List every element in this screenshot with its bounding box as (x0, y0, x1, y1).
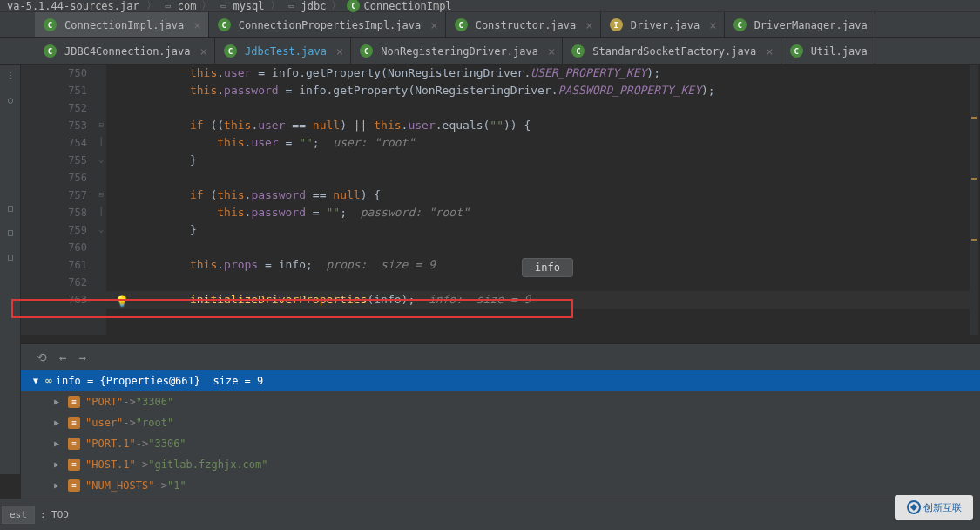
variables-tree[interactable]: ▼ ∞ info = {Properties@661} size = 9 ▶≡"… (21, 370, 980, 517)
line-number[interactable]: 762 (21, 274, 87, 291)
code-line[interactable]: if (this.password == null) { (108, 187, 980, 204)
tab-driver[interactable]: Driver.java × (601, 12, 725, 37)
line-number[interactable]: 759 (21, 221, 87, 239)
line-number[interactable]: 761 (21, 256, 87, 274)
sidebar-tool-button[interactable]: ○ (0, 89, 21, 110)
expand-icon[interactable]: ▶ (51, 433, 63, 454)
variable-row[interactable]: ▶≡"PORT.1" -> "3306" (21, 433, 980, 454)
tab-connectionimpl[interactable]: ConnectionImpl.java × (35, 12, 209, 37)
close-icon[interactable]: × (200, 44, 207, 58)
line-number[interactable]: 754 (21, 134, 87, 152)
fold-icon[interactable]: │ (99, 207, 104, 216)
breadcrumb-item[interactable]: com (178, 0, 197, 12)
tab-connectionpropertiesimpl[interactable]: ConnectionPropertiesImpl.java × (209, 12, 446, 37)
expand-icon[interactable]: ▶ (51, 412, 63, 433)
tab-constructor[interactable]: Constructor.java × (446, 12, 601, 37)
sidebar-tool-button[interactable]: □ (0, 246, 21, 267)
line-number[interactable]: 753 (21, 117, 87, 134)
code-line[interactable] (108, 99, 980, 117)
close-icon[interactable]: × (548, 44, 555, 58)
tab-jdbc4connection[interactable]: JDBC4Connection.java × (35, 38, 215, 64)
variable-row[interactable]: ▶≡"NUM_HOSTS" -> "1" (21, 475, 980, 496)
expand-icon[interactable]: ▼ (30, 370, 42, 391)
code-line[interactable]: this.user = ""; user: "root" (108, 134, 980, 152)
close-icon[interactable]: × (430, 18, 437, 32)
fold-icon[interactable]: ⊟ (99, 190, 104, 199)
tool-window-button[interactable]: est (2, 506, 35, 524)
type-badge-icon: ≡ (68, 479, 80, 492)
restart-frame-icon[interactable]: ⟲ (37, 350, 47, 364)
line-number[interactable]: 758 (21, 204, 87, 221)
editor-code[interactable]: this.user = info.getProperty(NonRegister… (106, 65, 980, 335)
code-line[interactable]: if ((this.user == null) || this.user.equ… (108, 117, 980, 134)
folder-icon: ▭ (286, 0, 298, 12)
expand-icon[interactable]: ▶ (51, 454, 63, 475)
breadcrumb-item[interactable]: mysql (233, 0, 264, 12)
line-number[interactable]: 763 (21, 291, 87, 309)
line-number[interactable]: 752 (21, 99, 87, 117)
watermark-logo: 创新互联 (895, 495, 973, 520)
close-icon[interactable]: × (766, 44, 773, 58)
fold-icon[interactable]: ⌄ (99, 155, 104, 164)
tab-standardsocketfactory[interactable]: StandardSocketFactory.java × (563, 38, 781, 64)
expand-icon[interactable]: ▶ (51, 475, 63, 496)
code-line[interactable]: } (108, 221, 980, 239)
interface-icon (610, 18, 623, 31)
fold-icon[interactable]: ⌄ (99, 225, 104, 234)
variable-row[interactable]: ▶≡"HOST.1" -> "gitlab.fzghjx.com" (21, 454, 980, 475)
variable-row[interactable]: ▶≡"user" -> "root" (21, 412, 980, 433)
type-badge-icon: ≡ (68, 396, 80, 408)
code-line[interactable] (108, 169, 980, 187)
code-line[interactable]: this.password = ""; password: "root" (108, 204, 980, 221)
parameter-info-tooltip: info (522, 258, 573, 277)
line-number[interactable]: 756 (21, 169, 87, 187)
nav-forward-icon[interactable]: → (78, 350, 85, 364)
breadcrumb-item[interactable]: va-5.1.44-sources.jar (5, 0, 141, 12)
tab-label: ConnectionPropertiesImpl.java (239, 19, 422, 31)
sidebar-tool-button[interactable]: □ (0, 221, 21, 242)
line-number[interactable]: 750 (21, 65, 87, 82)
chevron-right-icon: 〉 (146, 0, 157, 13)
code-line[interactable]: } (108, 152, 980, 169)
line-number[interactable]: 751 (21, 82, 87, 99)
tab-util[interactable]: Util.java (781, 38, 875, 64)
variable-row-root[interactable]: ▼ ∞ info = {Properties@661} size = 9 (21, 370, 980, 391)
tab-jdbctest[interactable]: JdbcTest.java × (215, 38, 351, 64)
status-bar: est : TOD (0, 499, 980, 530)
fold-icon[interactable]: │ (99, 138, 104, 146)
code-line[interactable] (108, 239, 980, 256)
sidebar-tool-button[interactable]: □ (0, 197, 21, 218)
close-icon[interactable]: × (585, 18, 592, 32)
close-icon[interactable]: × (336, 44, 343, 58)
editor-scrollbar[interactable] (970, 65, 978, 335)
close-icon[interactable]: × (709, 18, 716, 32)
code-line[interactable]: initializeDriverProperties(info); info: … (108, 291, 980, 309)
tab-drivermanager[interactable]: DriverManager.java (725, 12, 875, 37)
nav-back-icon[interactable]: ← (59, 350, 66, 364)
class-icon (790, 44, 803, 58)
class-icon (360, 44, 373, 58)
close-icon[interactable]: × (193, 18, 200, 32)
line-number[interactable]: 755 (21, 152, 87, 169)
class-icon (218, 18, 231, 31)
tab-label: Driver.java (631, 19, 700, 31)
variable-row[interactable]: ▶≡"PORT" -> "3306" (21, 391, 980, 412)
tab-label: JDBC4Connection.java (64, 45, 191, 58)
expand-icon[interactable]: ▶ (51, 391, 63, 412)
sidebar-tool-button[interactable]: ⋮ (0, 65, 21, 85)
editor-tabs-row: JDBC4Connection.java × JdbcTest.java × N… (0, 38, 980, 65)
code-line[interactable]: this.user = info.getProperty(NonRegister… (108, 65, 980, 82)
class-icon (224, 44, 237, 58)
code-editor[interactable]: 750751752753⊟754│755⌄756757⊟758│759⌄7607… (21, 65, 980, 335)
class-icon (571, 44, 585, 58)
breadcrumb-item[interactable]: jdbc (301, 0, 327, 12)
type-badge-icon: ≡ (68, 438, 80, 450)
editor-gutter[interactable]: 750751752753⊟754│755⌄756757⊟758│759⌄7607… (21, 65, 106, 335)
code-line[interactable]: this.password = info.getProperty(NonRegi… (108, 82, 980, 99)
line-number[interactable]: 760 (21, 239, 87, 256)
fold-icon[interactable]: ⊟ (99, 120, 104, 129)
breadcrumb-item[interactable]: ConnectionImpl (363, 0, 451, 12)
line-number[interactable]: 757 (21, 187, 87, 204)
tab-nonregisteringdriver[interactable]: NonRegisteringDriver.java × (351, 38, 563, 64)
type-badge-icon: ≡ (68, 417, 80, 429)
